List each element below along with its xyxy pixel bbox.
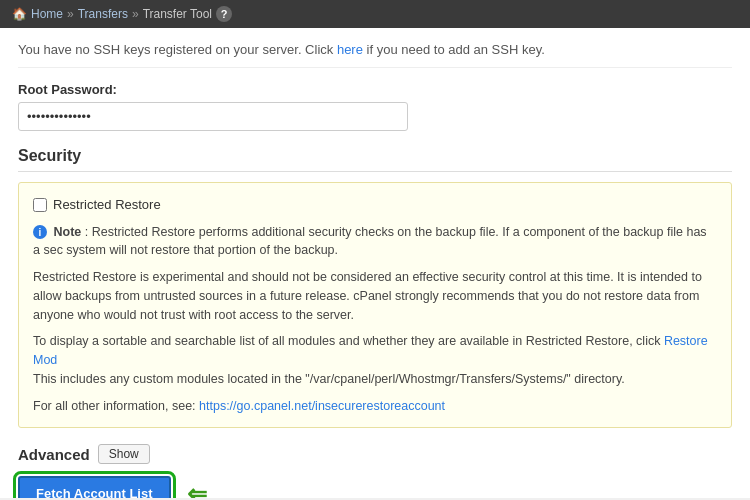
security-para3: To display a sortable and searchable lis… <box>33 332 717 388</box>
ssh-notice-text-before: You have no SSH keys registered on your … <box>18 42 337 57</box>
breadcrumb-current: Transfer Tool <box>143 7 212 21</box>
advanced-row: Advanced Show <box>18 444 732 464</box>
restricted-restore-row: Restricted Restore <box>33 195 717 215</box>
home-icon: 🏠 <box>12 7 27 21</box>
cpanel-link[interactable]: https://go.cpanel.net/insecurerestoreacc… <box>199 399 445 413</box>
security-para3-suffix: This includes any custom modules located… <box>33 372 625 386</box>
breadcrumb-sep1: » <box>67 7 74 21</box>
ssh-notice-link[interactable]: here <box>337 42 363 57</box>
restricted-restore-label: Restricted Restore <box>53 195 161 215</box>
security-para2: Restricted Restore is experimental and s… <box>33 268 717 324</box>
note-text: : Restricted Restore performs additional… <box>33 225 707 258</box>
breadcrumb-transfers[interactable]: Transfers <box>78 7 128 21</box>
arrow-indicator: ⇐ <box>187 480 207 498</box>
info-icon: i <box>33 225 47 239</box>
breadcrumb-home[interactable]: Home <box>31 7 63 21</box>
restricted-restore-checkbox[interactable] <box>33 198 47 212</box>
ssh-notice: You have no SSH keys registered on your … <box>18 42 732 68</box>
security-box: Restricted Restore i Note : Restricted R… <box>18 182 732 428</box>
fetch-row: Fetch Account List ⇐ <box>18 476 732 498</box>
security-para3-prefix: To display a sortable and searchable lis… <box>33 334 664 348</box>
main-content: You have no SSH keys registered on your … <box>0 28 750 498</box>
security-note-para: i Note : Restricted Restore performs add… <box>33 223 717 261</box>
root-password-input[interactable] <box>18 102 408 131</box>
note-bold: Note <box>53 225 81 239</box>
password-label: Root Password: <box>18 82 732 97</box>
security-para4-prefix: For all other information, see: <box>33 399 199 413</box>
ssh-notice-text-after: if you need to add an SSH key. <box>367 42 545 57</box>
fetch-account-list-button[interactable]: Fetch Account List <box>18 476 171 498</box>
security-para4: For all other information, see: https://… <box>33 397 717 416</box>
security-section-title: Security <box>18 147 732 172</box>
advanced-label: Advanced <box>18 446 90 463</box>
top-bar: 🏠 Home » Transfers » Transfer Tool ? <box>0 0 750 28</box>
breadcrumb-sep2: » <box>132 7 139 21</box>
show-button[interactable]: Show <box>98 444 150 464</box>
help-icon[interactable]: ? <box>216 6 232 22</box>
